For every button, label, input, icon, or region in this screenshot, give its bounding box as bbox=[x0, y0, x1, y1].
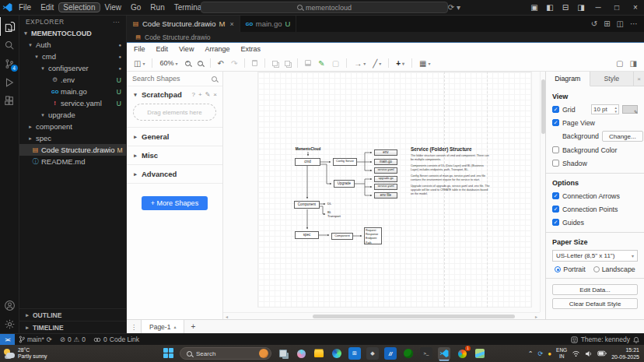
task-view-icon[interactable] bbox=[277, 347, 289, 360]
drawio-menu-file[interactable]: File bbox=[134, 45, 145, 53]
start-button[interactable] bbox=[163, 348, 174, 359]
feedback-icon[interactable] bbox=[571, 336, 578, 343]
maps-app-icon[interactable] bbox=[474, 347, 486, 360]
format-tab-diagram[interactable]: Diagram bbox=[546, 72, 590, 86]
node-envfile[interactable]: env file bbox=[374, 192, 397, 199]
delete-icon[interactable] bbox=[252, 60, 257, 66]
horizontal-scroll-thumb[interactable] bbox=[313, 315, 515, 318]
page-view-checkbox[interactable]: ✓ bbox=[552, 119, 559, 126]
command-center-search[interactable]: mementocloud bbox=[201, 2, 448, 13]
search-view-icon[interactable] bbox=[0, 36, 19, 54]
battery-icon[interactable] bbox=[597, 350, 607, 357]
guides-checkbox[interactable]: ✓ bbox=[552, 219, 559, 226]
grid-color-swatch[interactable] bbox=[622, 105, 638, 114]
node-mementocloud[interactable]: MementoCloud bbox=[292, 147, 324, 151]
customize-layout-icon[interactable]: ▣ bbox=[527, 3, 541, 12]
timeline-history-icon[interactable]: ↺ bbox=[591, 19, 597, 28]
shape-search-input[interactable] bbox=[132, 75, 208, 83]
volume-icon[interactable] bbox=[585, 350, 593, 357]
background-color-checkbox[interactable] bbox=[552, 146, 559, 153]
problems-status[interactable]: ⊘ 0 ⚠ 0 bbox=[56, 336, 89, 343]
horizontal-scrollbar[interactable]: ◂ ▸ bbox=[223, 312, 540, 319]
git-branch-status[interactable]: main* ⟳ bbox=[15, 336, 56, 343]
scratchpad-close-icon[interactable]: × bbox=[213, 91, 217, 98]
run-debug-icon[interactable] bbox=[0, 73, 19, 92]
redo-icon[interactable]: ↷ bbox=[231, 59, 237, 68]
toggle-format-panel-icon[interactable]: ◨ bbox=[630, 59, 637, 68]
toggle-sidebar-icon[interactable]: ◧ bbox=[543, 3, 557, 12]
tab-maingo[interactable]: GO main.go U bbox=[240, 16, 297, 32]
open-changes-icon[interactable]: ⊞ bbox=[604, 19, 610, 28]
connection-style-icon[interactable]: → ▾ bbox=[354, 59, 366, 68]
tree-item-auth[interactable]: ▾ Auth ● bbox=[19, 39, 126, 51]
menu-view[interactable]: View bbox=[100, 2, 127, 12]
portrait-radio[interactable]: Portrait bbox=[555, 265, 585, 273]
waypoint-style-icon[interactable]: ╱ ▾ bbox=[373, 59, 381, 68]
vscode-taskbar-icon[interactable] bbox=[438, 347, 450, 360]
add-page-icon[interactable]: + bbox=[184, 320, 201, 333]
node-cmd[interactable]: cmd bbox=[295, 158, 320, 166]
lm-studio-icon[interactable]: ◆ bbox=[366, 347, 379, 360]
page-tab[interactable]: Page-1 ▴ bbox=[141, 320, 184, 333]
tray-sync-icon[interactable]: ⟳ bbox=[538, 350, 544, 357]
microsoft-store-icon[interactable]: ⊞ bbox=[348, 347, 361, 360]
connection-arrows-checkbox[interactable]: ✓ bbox=[552, 192, 559, 199]
drawio-menu-extras[interactable]: Extras bbox=[240, 45, 261, 53]
scratchpad-header[interactable]: ▾ Scratchpad ? + ✎ × bbox=[127, 86, 222, 101]
tree-item-readme[interactable]: ⓘ README.md bbox=[19, 156, 126, 167]
drawio-menu-edit[interactable]: Edit bbox=[156, 45, 169, 53]
tray-emoji-icon[interactable]: ● bbox=[548, 350, 551, 357]
code-link-status[interactable]: 0 Code Link bbox=[89, 336, 143, 343]
node-serviceyaml2[interactable]: service.yaml bbox=[374, 184, 397, 190]
drawio-menu-arrange[interactable]: Arrange bbox=[205, 45, 229, 53]
menu-go[interactable]: Go bbox=[126, 2, 145, 12]
scratchpad-dropzone[interactable]: Drag elements here bbox=[133, 104, 216, 121]
node-upgrade[interactable]: Upgrade bbox=[334, 180, 355, 188]
grid-checkbox[interactable]: ✓ bbox=[552, 106, 559, 113]
node-upgradego[interactable]: upgrade.go bbox=[374, 176, 397, 182]
landscape-radio[interactable]: Landscape bbox=[593, 265, 635, 273]
explorer-more-icon[interactable]: ⋯ bbox=[113, 18, 120, 26]
node-component2[interactable]: Component bbox=[331, 233, 353, 240]
tree-root[interactable]: ▾ MEMENTOCLOUD bbox=[19, 27, 126, 39]
scroll-left-icon[interactable]: ◂ bbox=[223, 314, 230, 319]
copilot-icon[interactable] bbox=[295, 347, 307, 360]
clock-widget[interactable]: 15:21 20-09-2025 bbox=[611, 346, 639, 360]
to-front-icon[interactable] bbox=[272, 61, 278, 66]
menu-run[interactable]: Run bbox=[145, 2, 169, 12]
vertical-scrollbar[interactable] bbox=[540, 72, 545, 312]
close-button[interactable]: × bbox=[627, 3, 644, 12]
scratchpad-add-icon[interactable]: + bbox=[198, 91, 202, 98]
explorer-icon[interactable] bbox=[0, 17, 19, 36]
menu-file[interactable]: File bbox=[14, 2, 36, 12]
tree-item-component[interactable]: ▸ component bbox=[19, 121, 126, 132]
tab-code-structure[interactable]: ▤ Code Structure.drawio M × bbox=[127, 16, 240, 32]
fullscreen-icon[interactable]: ▢ bbox=[616, 59, 623, 68]
more-shapes-button[interactable]: + More Shapes bbox=[142, 196, 208, 210]
timeline-section[interactable]: ▸ TIMELINE bbox=[19, 321, 126, 333]
fill-color-icon[interactable] bbox=[305, 60, 311, 66]
vertical-scroll-thumb[interactable] bbox=[541, 79, 545, 134]
xbox-icon[interactable] bbox=[402, 347, 415, 360]
shadow-icon[interactable]: ▢ bbox=[332, 59, 339, 68]
tree-item-upgrade[interactable]: ▾ upgrade bbox=[19, 109, 126, 121]
terminal-icon[interactable]: >_ bbox=[420, 347, 432, 360]
menu-edit[interactable]: Edit bbox=[36, 2, 58, 12]
format-tab-style[interactable]: Style bbox=[590, 72, 635, 86]
outline-section[interactable]: ▸ OUTLINE bbox=[19, 308, 126, 321]
theme-status[interactable]: Theme: kennedy bbox=[581, 336, 630, 343]
scratchpad-help-icon[interactable]: ? bbox=[192, 91, 195, 98]
grid-size-spinner[interactable]: 10 pt ▴▾ bbox=[591, 104, 619, 114]
scratchpad-edit-icon[interactable]: ✎ bbox=[205, 91, 211, 98]
maximize-button[interactable]: □ bbox=[608, 3, 625, 12]
node-config-server[interactable]: Config Server bbox=[333, 158, 357, 166]
annotation-text[interactable]: Service (Folder) Structure The folder st… bbox=[411, 146, 492, 199]
edge-browser-icon[interactable] bbox=[331, 347, 343, 360]
node-maingo[interactable]: main.go bbox=[374, 159, 397, 165]
zoom-out-icon[interactable]: – bbox=[198, 61, 203, 66]
remote-indicator[interactable]: >< bbox=[0, 334, 15, 345]
insert-icon[interactable]: + ▾ bbox=[396, 59, 404, 68]
visual-studio-icon[interactable]: // bbox=[384, 347, 397, 360]
view-panels-icon[interactable]: ◫ ▾ bbox=[134, 59, 145, 68]
breadcrumb[interactable]: ▤ Code Structure.drawio bbox=[127, 32, 644, 42]
